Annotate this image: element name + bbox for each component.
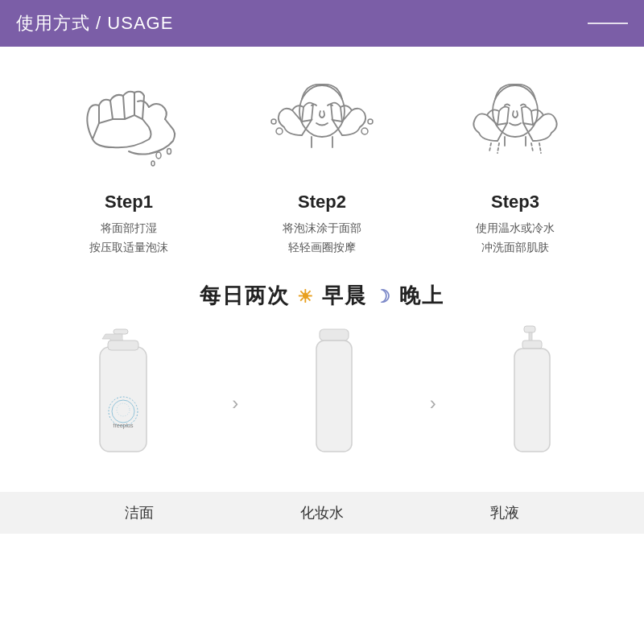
svg-rect-21	[522, 341, 542, 349]
spray-bottle	[500, 323, 564, 471]
steps-section: Step1 将面部打湿 按压取适量泡沫	[0, 47, 644, 266]
svg-text:freeplus: freeplus	[114, 423, 134, 429]
svg-rect-9	[114, 329, 128, 334]
step1-icon	[64, 71, 193, 184]
svg-point-5	[361, 128, 368, 134]
step2-title: Step2	[298, 192, 346, 213]
product1-label: 洁面	[67, 503, 212, 522]
svg-rect-18	[316, 341, 352, 452]
product3-item	[500, 323, 564, 479]
svg-point-6	[271, 119, 276, 124]
product3-label: 乳液	[432, 503, 577, 522]
step3-title: Step3	[491, 192, 539, 213]
header-decoration	[588, 23, 628, 24]
svg-point-7	[368, 119, 373, 124]
header-title: 使用方式 / USAGE	[16, 11, 173, 35]
products-section: freeplus › ›	[0, 323, 644, 479]
svg-rect-11	[100, 347, 147, 452]
product1-item: freeplus	[80, 323, 168, 479]
svg-rect-22	[514, 349, 550, 452]
step1-item: Step1 将面部打湿 按压取适量泡沫	[40, 71, 217, 258]
product2-item	[302, 323, 366, 479]
step2-desc: 将泡沫涂于面部 轻轻画圈按摩	[283, 219, 361, 258]
svg-point-1	[167, 149, 171, 155]
product2-label: 化妆水	[250, 503, 394, 522]
svg-rect-19	[524, 326, 535, 332]
step1-desc: 将面部打湿 按压取适量泡沫	[89, 219, 168, 258]
svg-point-4	[276, 128, 283, 134]
step3-item: Step3 使用温水或冷水 冲洗面部肌肤	[427, 71, 604, 258]
daily-usage-text: 每日两次 ☀ 早晨 ☽ 晚上	[0, 282, 644, 310]
svg-rect-12	[108, 341, 138, 350]
step3-icon	[451, 71, 580, 184]
arrow1: ›	[232, 392, 238, 415]
svg-point-0	[156, 152, 161, 159]
product-labels-bar: 洁面 化妆水 乳液	[0, 492, 644, 534]
arrow2: ›	[430, 392, 436, 415]
foam-bottle: freeplus	[80, 323, 168, 471]
step2-icon	[258, 71, 386, 184]
svg-rect-17	[320, 329, 349, 341]
step3-desc: 使用温水或冷水 冲洗面部肌肤	[476, 219, 555, 258]
header: 使用方式 / USAGE	[0, 0, 644, 47]
svg-point-2	[151, 161, 155, 166]
step2-item: Step2 将泡沫涂于面部 轻轻画圈按摩	[233, 71, 411, 258]
step1-title: Step1	[105, 192, 153, 213]
toner-bottle	[302, 323, 366, 471]
